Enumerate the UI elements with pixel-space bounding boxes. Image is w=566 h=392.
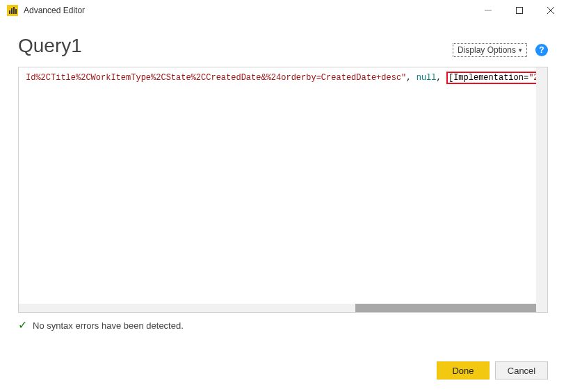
cancel-button[interactable]: Cancel: [495, 361, 548, 379]
minimize-button[interactable]: [472, 0, 503, 21]
check-icon: ✓: [18, 320, 27, 331]
svg-rect-1: [9, 10, 10, 14]
close-button[interactable]: [535, 0, 566, 21]
window-controls: [472, 0, 566, 21]
status-line: ✓ No syntax errors have been detected.: [0, 313, 566, 331]
svg-rect-4: [15, 9, 17, 14]
status-message: No syntax errors have been detected.: [33, 320, 184, 331]
query-title: Query1: [18, 35, 82, 57]
header-actions: Display Options ▾ ?: [453, 43, 548, 57]
header: Query1 Display Options ▾ ?: [0, 21, 566, 67]
code-token: ,: [406, 73, 416, 83]
svg-rect-2: [11, 8, 13, 14]
code-token: Id%2CTitle%2CWorkItemType%2CState%2CCrea…: [26, 73, 406, 83]
code-editor[interactable]: Id%2CTitle%2CWorkItemType%2CState%2CCrea…: [18, 67, 548, 313]
help-icon[interactable]: ?: [535, 44, 548, 56]
code-content[interactable]: Id%2CTitle%2CWorkItemType%2CState%2CCrea…: [19, 67, 547, 304]
chevron-down-icon: ▾: [519, 47, 522, 54]
maximize-button[interactable]: [503, 0, 535, 21]
vertical-scrollbar[interactable]: [536, 67, 547, 304]
app-icon: [7, 5, 18, 16]
vertical-scrollbar-thumb[interactable]: [536, 67, 547, 304]
display-options-dropdown[interactable]: Display Options ▾: [453, 43, 527, 57]
done-button[interactable]: Done: [437, 361, 490, 379]
code-token: null: [417, 73, 437, 83]
svg-rect-6: [516, 7, 522, 13]
code-token: Implementation: [453, 73, 524, 83]
display-options-label: Display Options: [458, 45, 516, 55]
footer-buttons: Done Cancel: [437, 361, 548, 379]
window-titlebar: Advanced Editor: [0, 0, 566, 21]
horizontal-scrollbar[interactable]: [19, 304, 547, 312]
svg-rect-3: [13, 7, 15, 14]
window-title: Advanced Editor: [24, 6, 472, 15]
horizontal-scrollbar-thumb[interactable]: [355, 304, 536, 312]
code-token: ,: [437, 73, 446, 83]
highlighted-code: [Implementation="2.0"]: [446, 72, 547, 84]
